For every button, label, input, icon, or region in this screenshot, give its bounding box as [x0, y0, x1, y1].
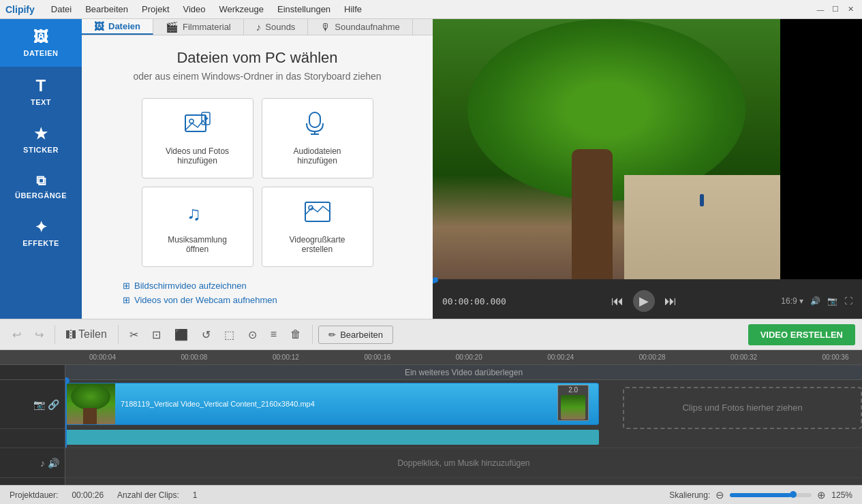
link-webcam[interactable]: ⊞ Videos von der Webcam aufnehmen — [123, 295, 277, 305]
sidebar-item-dateien[interactable]: 🖼 DATEIEN — [0, 19, 82, 67]
close-button[interactable]: ✕ — [844, 3, 857, 16]
link-icon[interactable]: 🔗 — [48, 399, 59, 410]
tick-8: 00:00:32 — [730, 353, 757, 361]
crop-button[interactable]: ⊡ — [147, 325, 166, 345]
timeline: 00:00:04 00:00:08 00:00:12 00:00:16 00:0… — [0, 350, 862, 485]
bildschirmvideo-icon: ⊞ — [123, 281, 130, 291]
progress-container[interactable] — [433, 279, 862, 283]
btn-videokarte[interactable]: Videogrußkarteerstellen — [262, 187, 373, 267]
tick-9: 00:00:36 — [822, 353, 849, 361]
speed-thumb — [561, 395, 585, 420]
clip-thumbnail — [66, 383, 115, 424]
overlay-button[interactable]: ⬚ — [219, 325, 240, 345]
scale-thumb[interactable] — [790, 491, 797, 498]
sidebar-label-dateien: DATEIEN — [24, 49, 59, 57]
sidebar-label-text: TEXT — [31, 98, 51, 106]
delete-button[interactable]: 🗑 — [285, 325, 307, 344]
scale-plus-button[interactable]: ⊕ — [817, 489, 826, 501]
tab-dateien-icon: 🖼 — [94, 20, 104, 32]
videokarte-label: Videogrußkarteerstellen — [290, 235, 345, 254]
menu-werkzeuge[interactable]: Werkzeuge — [214, 3, 270, 16]
svg-rect-10 — [66, 330, 70, 338]
sidebar-item-text[interactable]: T TEXT — [0, 67, 82, 116]
undo-button[interactable]: ↩ — [7, 325, 27, 345]
text-icon: T — [35, 76, 46, 95]
uebergaenge-icon: ⧉ — [36, 173, 46, 189]
scale-slider[interactable] — [730, 493, 812, 497]
minimize-button[interactable]: — — [814, 3, 827, 16]
rotate-button[interactable]: ↺ — [196, 325, 216, 345]
btn-play[interactable]: ▶ — [633, 290, 655, 312]
audio-button[interactable]: ≡ — [265, 325, 282, 344]
split-button[interactable]: Teilen — [61, 325, 112, 344]
sidebar-item-sticker[interactable]: ★ STICKER — [0, 116, 82, 163]
audio-waveform-track — [65, 430, 599, 445]
main-container: 🖼 DATEIEN T TEXT ★ STICKER ⧉ ÜBERGÄNGE ✦… — [0, 19, 862, 504]
volume-icon-2[interactable]: 🔊 — [48, 458, 59, 469]
link-bildschirmvideo[interactable]: ⊞ Bildschirmvideo aufzeichnen — [123, 281, 277, 291]
menu-video[interactable]: Video — [178, 3, 211, 16]
vc-right-controls: 16:9 ▾ 🔊 📷 ⛶ — [781, 296, 852, 306]
musiksammlung-label: Musiksammlungöffnen — [168, 235, 227, 254]
music-icon[interactable]: ♪ — [40, 458, 45, 469]
audiodateien-label: Audiodateienhinzufügen — [293, 146, 341, 166]
progress-thumb[interactable] — [433, 277, 438, 283]
sidebar-label-uebergaenge: ÜBERGÄNGE — [15, 191, 67, 200]
btn-prev-frame[interactable]: ⏮ — [609, 292, 626, 311]
btn-audiodateien[interactable]: Audiodateienhinzufügen — [262, 98, 373, 178]
aspect-ratio-selector[interactable]: 16:9 ▾ — [781, 296, 803, 306]
video-clip[interactable]: 7188119_Vertical Video_Vertical Content_… — [65, 383, 599, 425]
sidebar-item-effekte[interactable]: ✦ EFFEKTE — [0, 209, 82, 257]
status-bar: Projektdauer: 00:00:26 Anzahl der Clips:… — [0, 485, 862, 504]
screenshot-icon[interactable]: 📷 — [827, 296, 837, 306]
timeline-ruler: 00:00:04 00:00:08 00:00:12 00:00:16 00:0… — [0, 350, 862, 365]
tab-soundaufnahme[interactable]: 🎙 Soundaufnahme — [308, 19, 412, 35]
speed-badge: 2.0 — [557, 385, 589, 421]
redo-button[interactable]: ↪ — [29, 325, 49, 345]
ruler-ticks: 00:00:04 00:00:08 00:00:12 00:00:16 00:0… — [65, 350, 862, 365]
tab-sounds[interactable]: ♪ Sounds — [244, 19, 309, 35]
edit-button[interactable]: ✏ Bearbeiten — [318, 326, 393, 344]
maximize-button[interactable]: ☐ — [829, 3, 842, 16]
tick-4: 00:00:16 — [364, 353, 390, 361]
tick-7: 00:00:28 — [639, 353, 666, 361]
tree-background — [433, 19, 780, 279]
overlay-track[interactable]: Ein weiteres Video darüberlegen — [65, 365, 862, 380]
svg-point-1 — [189, 119, 194, 123]
fullscreen-icon[interactable]: ⛶ — [844, 296, 852, 306]
music-track-row[interactable]: Doppelklick, um Musik hinzuzufügen — [65, 448, 862, 478]
video-track-row: 7188119_Vertical Video_Vertical Content_… — [65, 380, 862, 448]
clips-value: 1 — [193, 490, 198, 500]
btn-musiksammlung[interactable]: ♫ Musiksammlungöffnen — [142, 187, 253, 267]
scale-minus-button[interactable]: ⊖ — [715, 489, 724, 501]
sidebar: 🖼 DATEIEN T TEXT ★ STICKER ⧉ ÜBERGÄNGE ✦… — [0, 19, 82, 319]
color-button[interactable]: ⊙ — [243, 325, 262, 345]
camera-icon[interactable]: 📷 — [33, 399, 45, 410]
video-preview — [433, 19, 862, 279]
tab-filmmaterial[interactable]: 🎬 Filmmaterial — [153, 19, 244, 35]
btn-videos-fotos[interactable]: Videos und Fotoshinzufügen — [142, 98, 253, 178]
effekte-icon: ✦ — [35, 219, 48, 236]
freeze-button[interactable]: ⬛ — [169, 325, 194, 345]
cut-button[interactable]: ✂ — [124, 325, 144, 345]
svg-rect-11 — [72, 330, 76, 338]
menu-projekt[interactable]: Projekt — [136, 3, 174, 16]
tc-video-row: 📷 🔗 — [0, 380, 65, 429]
app-title: Clipify — [5, 4, 35, 15]
videos-fotos-icon — [184, 111, 211, 141]
create-video-button[interactable]: VIDEO ERSTELLEN — [748, 324, 855, 345]
music-hint: Doppelklick, um Musik hinzuzufügen — [397, 458, 529, 468]
window-controls: — ☐ ✕ — [814, 3, 857, 16]
volume-icon[interactable]: 🔊 — [810, 296, 820, 306]
tab-dateien[interactable]: 🖼 Dateien — [82, 19, 153, 35]
btn-next-frame[interactable]: ⏭ — [662, 292, 679, 311]
clip-drop-zone[interactable]: Clips und Fotos hierher ziehen — [623, 387, 862, 429]
menu-bearbeiten[interactable]: Bearbeiten — [80, 3, 134, 16]
menu-datei[interactable]: Datei — [46, 3, 77, 16]
menu-hilfe[interactable]: Hilfe — [339, 3, 367, 16]
sidebar-item-uebergaenge[interactable]: ⧉ ÜBERGÄNGE — [0, 163, 82, 209]
file-heading: Dateien vom PC wählen — [176, 49, 337, 67]
tab-soundaufnahme-icon: 🎙 — [320, 21, 330, 33]
menu-einstellungen[interactable]: Einstellungen — [272, 3, 336, 16]
clip-filename: 7188119_Vertical Video_Vertical Content_… — [115, 400, 598, 408]
